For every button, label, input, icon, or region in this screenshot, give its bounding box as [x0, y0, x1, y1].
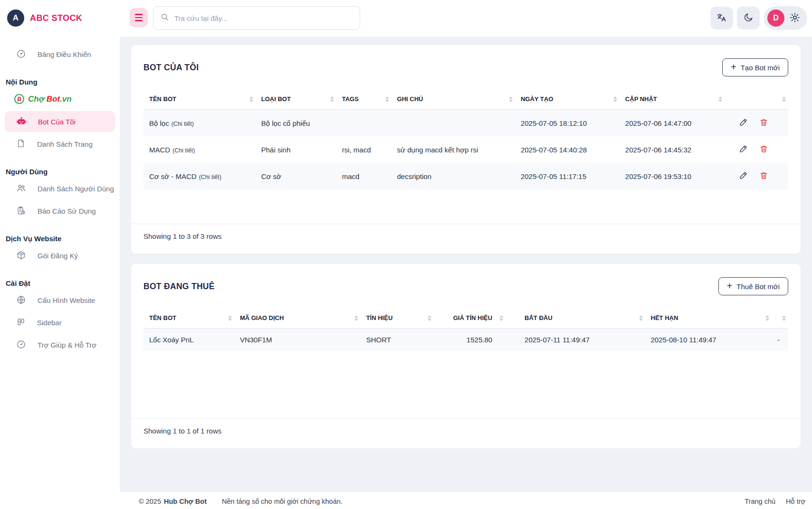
- delete-button[interactable]: [758, 170, 769, 182]
- my-bots-title: BOT CỦA TÔI: [143, 63, 199, 73]
- bot-name-link[interactable]: MACD: [149, 146, 170, 154]
- bot-detail-link[interactable]: (Chi tiết): [199, 174, 221, 180]
- column-header-cap-nhat[interactable]: CẬP NHẬT: [620, 89, 725, 110]
- table-row: Lốc Xoáy PnL VN30F1M SHORT 1525.80 2025-…: [143, 329, 788, 351]
- delete-button[interactable]: [758, 117, 769, 129]
- bot-detail-link[interactable]: (Chi tiết): [172, 147, 195, 154]
- footer-brand: Hub Chợ Bot: [164, 498, 207, 505]
- column-header-gia-tin-hieu[interactable]: GIÁ TÍN HIỆU: [434, 308, 506, 329]
- brand-logo: A: [7, 9, 24, 27]
- sort-icon: [782, 96, 786, 102]
- my-bots-card: BOT CỦA TÔI + Tạo Bot mới TÊN BOT LOẠI B…: [131, 45, 801, 254]
- column-header-ngay-tao[interactable]: NGÀY TẠO: [515, 89, 620, 110]
- sidebar: Bảng Điều Khiển Nội Dung B Chợ Bot.vn Bo…: [0, 37, 120, 509]
- sidebar-section-title: Nội Dung: [0, 78, 120, 86]
- bot-name-link[interactable]: Lốc Xoáy PnL: [149, 336, 193, 344]
- column-header-ghi-chu[interactable]: GHI CHÚ: [392, 89, 515, 110]
- sidebar-section-title: Người Dùng: [0, 168, 120, 176]
- sidebar-item-label: Cấu Hình Website: [38, 296, 95, 304]
- sort-icon: [765, 315, 769, 321]
- rent-bot-button[interactable]: + Thuê Bot mới: [718, 277, 788, 295]
- moon-icon: [743, 12, 754, 24]
- plus-icon: +: [727, 281, 733, 291]
- page-footer: © 2025 Hub Chợ Bot Nền tảng số cho môi g…: [120, 492, 812, 509]
- sidebar-toggle-button[interactable]: [130, 8, 148, 27]
- sidebar-section-title: Cài Đặt: [0, 279, 120, 287]
- chobot-logo-text: Chợ Bot.vn: [28, 94, 72, 104]
- column-header-ten-bot[interactable]: TÊN BOT: [143, 308, 234, 329]
- main-content: BOT CỦA TÔI + Tạo Bot mới TÊN BOT LOẠI B…: [120, 37, 812, 509]
- bot-name-link[interactable]: Cơ sở - MACD: [149, 172, 197, 180]
- table-summary: Showing 1 to 3 of 3 rows: [131, 224, 801, 254]
- column-header-het-han[interactable]: HẾT HẠN: [645, 308, 772, 329]
- sort-icon: [428, 315, 431, 321]
- sort-icon: [639, 315, 643, 321]
- app-header: A ABC STOCK: [0, 0, 812, 37]
- globe-icon: [16, 295, 26, 306]
- column-header-ma-giao-dich[interactable]: MÃ GIAO DỊCH: [234, 308, 361, 329]
- column-header-loai-bot[interactable]: LOẠI BOT: [256, 89, 336, 110]
- robot-icon: [16, 116, 27, 128]
- bot-detail-link[interactable]: (Chi tiết): [172, 121, 194, 127]
- avatar: D: [767, 9, 784, 27]
- table-row: Cơ sở - MACD(Chi tiết) Cơ sở macd decsri…: [143, 163, 788, 189]
- sidebar-item-chobot-logo[interactable]: B Chợ Bot.vn: [0, 88, 120, 110]
- sidebar-item-website-config[interactable]: Cấu Hình Website: [0, 289, 120, 311]
- sidebar-item-my-bots[interactable]: Bot Của Tôi: [5, 111, 115, 132]
- bot-name-link[interactable]: Bộ lọc: [149, 119, 169, 127]
- sidebar-item-label: Danh Sách Trang: [37, 140, 93, 148]
- language-button[interactable]: [710, 7, 733, 29]
- sort-icon: [228, 315, 232, 321]
- gear-icon: [789, 12, 801, 25]
- search-input[interactable]: [174, 14, 353, 22]
- footer-link-support[interactable]: Hỗ trợ: [786, 498, 805, 505]
- edit-button[interactable]: [738, 117, 749, 129]
- chobot-badge-icon: B: [14, 94, 24, 104]
- sidebar-item-subscription-packages[interactable]: Gói Đăng Ký: [0, 245, 120, 267]
- delete-button[interactable]: [758, 143, 769, 156]
- sidebar-section-title: Dịch Vụ Website: [0, 235, 120, 243]
- sidebar-item-sidebar-settings[interactable]: Sidebar: [0, 311, 120, 334]
- sidebar-item-help-support[interactable]: Trợ Giúp & Hỗ Trợ: [0, 334, 120, 356]
- column-header-ten-bot[interactable]: TÊN BOT: [143, 89, 256, 110]
- sort-icon: [509, 96, 513, 102]
- layout-icon: [16, 317, 26, 328]
- sort-icon: [499, 315, 503, 321]
- sort-icon: [613, 96, 617, 102]
- column-header-tin-hieu[interactable]: TÍN HIỆU: [361, 308, 434, 329]
- edit-button[interactable]: [738, 170, 749, 182]
- table-row: Bộ lọc(Chi tiết) Bộ lọc cổ phiếu 2025-07…: [143, 110, 788, 137]
- sort-icon: [385, 96, 389, 102]
- edit-button[interactable]: [738, 143, 749, 156]
- sidebar-item-label: Bảng Điều Khiển: [38, 50, 91, 58]
- sidebar-item-pages[interactable]: Danh Sách Trang: [0, 133, 120, 155]
- footer-tagline: Nền tảng số cho môi giới chứng khoán.: [222, 498, 343, 505]
- footer-link-home[interactable]: Trang chủ: [745, 498, 775, 505]
- sidebar-item-label: Gói Đăng Ký: [38, 252, 78, 260]
- rented-bots-table: TÊN BOT MÃ GIAO DỊCH TÍN HIỆU GIÁ TÍN HI…: [143, 308, 788, 351]
- sidebar-item-label: Báo Cáo Sử Dụng: [38, 207, 96, 215]
- sidebar-item-user-list[interactable]: Danh Sách Người Dùng: [0, 178, 120, 200]
- sidebar-item-label: Sidebar: [37, 319, 62, 327]
- column-header-actions[interactable]: [725, 89, 788, 110]
- user-menu[interactable]: D: [764, 6, 807, 30]
- brand: A ABC STOCK: [7, 9, 82, 27]
- rented-bots-card: BOT ĐANG THUÊ + Thuê Bot mới TÊN BOT MÃ …: [131, 264, 801, 448]
- translate-icon: [716, 12, 727, 24]
- sidebar-item-dashboard[interactable]: Bảng Điều Khiển: [0, 43, 120, 66]
- help-icon: [16, 339, 26, 351]
- sidebar-item-label: Danh Sách Người Dùng: [38, 185, 114, 193]
- sort-icon: [330, 96, 334, 102]
- create-bot-button[interactable]: + Tạo Bot mới: [722, 58, 788, 76]
- sort-icon: [782, 315, 786, 321]
- sidebar-item-usage-report[interactable]: Báo Cáo Sử Dụng: [0, 200, 120, 222]
- dark-mode-button[interactable]: [737, 7, 760, 29]
- column-header-actions[interactable]: [772, 308, 788, 329]
- search-icon: [160, 12, 170, 24]
- my-bots-table: TÊN BOT LOẠI BOT TAGS GHI CHÚ NGÀY TẠO C…: [143, 89, 788, 189]
- gauge-icon: [16, 49, 26, 60]
- column-header-bat-dau[interactable]: BẮT ĐẦU: [506, 308, 645, 329]
- column-header-tags[interactable]: TAGS: [336, 89, 392, 110]
- sort-icon: [249, 96, 253, 102]
- page-icon: [16, 139, 26, 150]
